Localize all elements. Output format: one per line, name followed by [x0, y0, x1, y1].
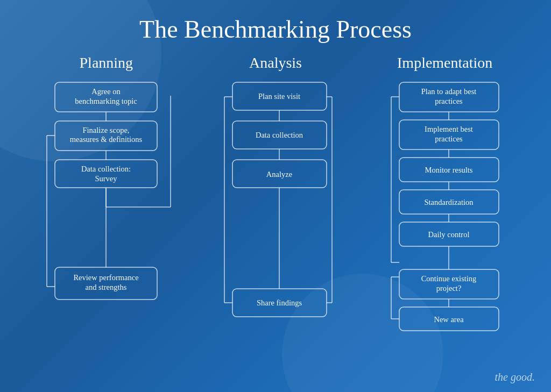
- svg-text:practices: practices: [435, 97, 463, 105]
- svg-text:Share findings: Share findings: [257, 298, 302, 307]
- svg-text:Plan to adapt best: Plan to adapt best: [421, 87, 476, 96]
- svg-text:Plan site visit: Plan site visit: [258, 92, 300, 101]
- svg-text:Implement best: Implement best: [425, 125, 473, 133]
- page-title: The Benchmarking Process: [0, 0, 551, 49]
- svg-text:Data collection:: Data collection:: [81, 165, 131, 173]
- svg-text:Review performance: Review performance: [74, 273, 139, 282]
- implementation-diagram: Plan to adapt best practices Implement b…: [383, 82, 507, 319]
- svg-text:and strengths: and strengths: [86, 283, 127, 291]
- implementation-column: Implementation Plan to adapt best practi…: [360, 54, 529, 387]
- svg-text:benchmarking topic: benchmarking topic: [75, 97, 138, 105]
- svg-text:measures & definitions: measures & definitions: [70, 135, 143, 144]
- svg-text:Agree on: Agree on: [92, 87, 121, 96]
- analysis-column: Analysis Plan site visit Data collection…: [191, 54, 361, 387]
- svg-rect-8: [55, 160, 157, 188]
- svg-text:Standardization: Standardization: [424, 198, 474, 206]
- svg-text:Daily control: Daily control: [428, 230, 469, 239]
- planning-column: Planning Agree on benchmarking topic Fin…: [22, 54, 191, 387]
- svg-text:New area: New area: [434, 315, 464, 324]
- svg-text:Survey: Survey: [95, 174, 118, 183]
- svg-text:Data collection: Data collection: [256, 131, 303, 139]
- planning-diagram: Agree on benchmarking topic Finalize sco…: [41, 82, 171, 319]
- analysis-title: Analysis: [249, 54, 302, 72]
- svg-text:Analyze: Analyze: [266, 170, 292, 179]
- planning-title: Planning: [80, 54, 133, 72]
- svg-text:Finalize scope,: Finalize scope,: [83, 126, 130, 134]
- svg-text:project?: project?: [436, 284, 461, 293]
- implementation-title: Implementation: [397, 54, 492, 72]
- svg-text:practices: practices: [435, 134, 463, 143]
- analysis-diagram: Plan site visit Data collection Analyze …: [216, 82, 335, 319]
- svg-rect-0: [55, 82, 157, 112]
- svg-text:Continue existing: Continue existing: [421, 274, 476, 283]
- watermark: the good.: [495, 371, 535, 383]
- svg-text:Monitor results: Monitor results: [425, 166, 472, 174]
